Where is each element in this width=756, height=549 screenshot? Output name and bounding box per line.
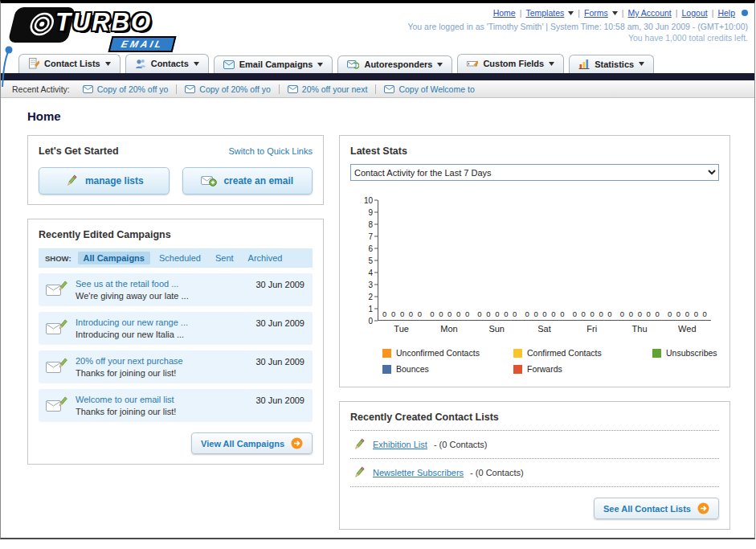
manage-lists-button[interactable]: manage lists	[39, 167, 170, 195]
logo-subtext: EMAIL	[108, 36, 177, 52]
top-link-logout[interactable]: Logout	[682, 8, 708, 18]
campaign-title-link[interactable]: Introducing our new range ...	[76, 318, 188, 327]
recent-activity-item-label: 20% off your next	[302, 84, 368, 94]
campaign-text: 20% off your next purchaseThanks for joi…	[76, 356, 183, 378]
contact-list-count: - (0 Contacts)	[470, 468, 524, 477]
nav-tab-contacts[interactable]: Contacts	[125, 54, 209, 73]
x-axis-label: Fri	[568, 324, 615, 334]
email-icon	[83, 85, 93, 93]
pencil-icon	[352, 437, 366, 452]
top-link-help[interactable]: Help	[717, 8, 735, 18]
campaign-filter-scheduled[interactable]: Scheduled	[153, 252, 206, 264]
chart-y-axis: 109876543210	[355, 200, 378, 321]
nav-tab-contact-lists[interactable]: Contact Lists	[18, 54, 121, 73]
latest-stats-panel: Latest Stats Contact Activity for the La…	[339, 135, 730, 387]
email-plus-icon	[201, 175, 217, 186]
nav-tab-statistics[interactable]: Statistics	[569, 55, 654, 73]
header: TURBO EMAIL Home|Templates|Forms|My Acco…	[1, 3, 754, 51]
campaigns-title: Recently Edited Campaigns	[39, 229, 313, 240]
campaign-subtitle: Thanks for joining our list!	[76, 407, 176, 416]
chart-value-labels: 0 0 0 0 00 0 0 0 00 0 0 0 00 0 0 0 00 0 …	[378, 309, 711, 318]
contact-list-link[interactable]: Exhibition List	[373, 440, 427, 449]
campaign-date: 30 Jun 2009	[255, 357, 304, 367]
campaign-title-link[interactable]: Welcome to our email list	[76, 395, 176, 404]
view-all-campaigns-button[interactable]: View All Campaigns	[191, 432, 313, 454]
email-icon	[185, 85, 195, 93]
logo-antenna-decoration	[1, 45, 14, 88]
y-tick-label: 8	[368, 220, 373, 229]
caret-down-icon	[194, 62, 199, 66]
campaign-filter-sent[interactable]: Sent	[210, 252, 239, 264]
top-link-my-account[interactable]: My Account	[628, 8, 672, 18]
nav-tab-autoresponders[interactable]: Autoresponders	[337, 55, 452, 73]
arrow-circle-icon	[697, 502, 709, 514]
create-email-button[interactable]: create an email	[182, 167, 313, 195]
legend-swatch	[652, 349, 661, 358]
stats-period-select[interactable]: Contact Activity for the Last 7 Days	[350, 164, 719, 181]
pencil-icon	[64, 174, 79, 188]
recent-activity-item[interactable]: Copy of 20% off yo	[177, 84, 280, 94]
y-tick-label: 5	[368, 256, 373, 265]
custom-fields-icon	[467, 58, 478, 69]
y-axis-tick: 0	[368, 317, 378, 326]
contact-list-item: Exhibition List- (0 Contacts)	[350, 431, 719, 459]
caret-down-icon	[437, 63, 443, 67]
campaign-title-link[interactable]: See us at the retail food ...	[76, 279, 189, 289]
y-tick-label: 9	[368, 208, 373, 217]
campaign-title-link[interactable]: 20% off your next purchase	[76, 356, 183, 366]
caret-down-icon	[612, 11, 618, 15]
credits-info: You have 1,000 total credits left.	[407, 33, 748, 43]
y-tick-label: 3	[368, 281, 373, 289]
link-separator: |	[676, 8, 678, 18]
top-link-home[interactable]: Home	[493, 8, 516, 18]
nav-tab-label: Email Campaigns	[239, 59, 313, 69]
campaign-date: 30 Jun 2009	[255, 395, 304, 405]
campaign-row: Introducing our new range ...Introducing…	[39, 312, 313, 345]
campaign-subtitle: Introducing our new Italia ...	[76, 330, 188, 339]
legend-label: Unconfirmed Contacts	[396, 348, 480, 358]
link-separator: |	[622, 8, 624, 18]
y-tick-label: 4	[368, 268, 373, 277]
y-axis-tick: 6	[368, 244, 378, 253]
link-separator: |	[712, 8, 714, 18]
y-tick-label: 0	[368, 317, 373, 326]
recent-activity-bar: Recent Activity: Copy of 20% off yoCopy …	[1, 80, 754, 98]
caret-down-icon	[549, 62, 554, 66]
campaign-subtitle: We're giving away our late ...	[76, 291, 189, 301]
campaign-filter-all-campaigns[interactable]: All Campaigns	[78, 252, 150, 264]
chart-zero-values: 0 0 0 0 0	[378, 309, 426, 318]
session-info: You are logged in as 'Timothy Smith' | S…	[407, 22, 748, 31]
chart-zero-values: 0 0 0 0 0	[521, 309, 568, 318]
latest-stats-title: Latest Stats	[350, 145, 719, 157]
caret-down-icon	[639, 62, 644, 66]
campaign-row: Welcome to our email listThanks for join…	[39, 389, 313, 422]
x-axis-label: Tue	[378, 324, 425, 334]
y-tick-label: 1	[368, 305, 373, 313]
manage-lists-label: manage lists	[85, 175, 144, 186]
recent-activity-item[interactable]: Copy of 20% off yo	[75, 84, 178, 94]
legend-label: Forwards	[527, 364, 562, 374]
campaign-filter-archived[interactable]: Archived	[243, 252, 288, 264]
legend-item: Forwards	[513, 364, 646, 374]
legend-swatch	[382, 349, 391, 358]
switch-to-quick-links-link[interactable]: Switch to Quick Links	[228, 146, 313, 156]
contacts-icon	[135, 58, 146, 69]
recently-edited-campaigns-panel: Recently Edited Campaigns SHOW: All Camp…	[27, 219, 324, 465]
see-all-contact-lists-button[interactable]: See All Contact Lists	[594, 498, 719, 519]
campaign-row: 20% off your next purchaseThanks for joi…	[39, 350, 313, 383]
header-dot-decoration	[742, 10, 748, 16]
nav-tab-label: Contacts	[151, 59, 189, 68]
recent-activity-item[interactable]: Copy of Welcome to	[376, 84, 482, 94]
nav-tab-custom-fields[interactable]: Custom Fields	[457, 54, 564, 73]
chart-zero-values: 0 0 0 0 0	[664, 309, 711, 318]
y-tick-label: 10	[364, 196, 373, 205]
top-link-forms[interactable]: Forms	[584, 8, 608, 18]
recent-activity-item[interactable]: 20% off your next	[280, 84, 377, 94]
top-link-templates[interactable]: Templates	[525, 8, 564, 18]
contact-list-link[interactable]: Newsletter Subscribers	[373, 468, 464, 477]
email-icon	[288, 85, 298, 93]
legend-item: Unconfirmed Contacts	[382, 348, 507, 358]
get-started-title: Let's Get Started	[39, 145, 119, 157]
nav-tab-email-campaigns[interactable]: Email Campaigns	[214, 55, 333, 73]
campaign-text: Introducing our new range ...Introducing…	[76, 318, 188, 339]
